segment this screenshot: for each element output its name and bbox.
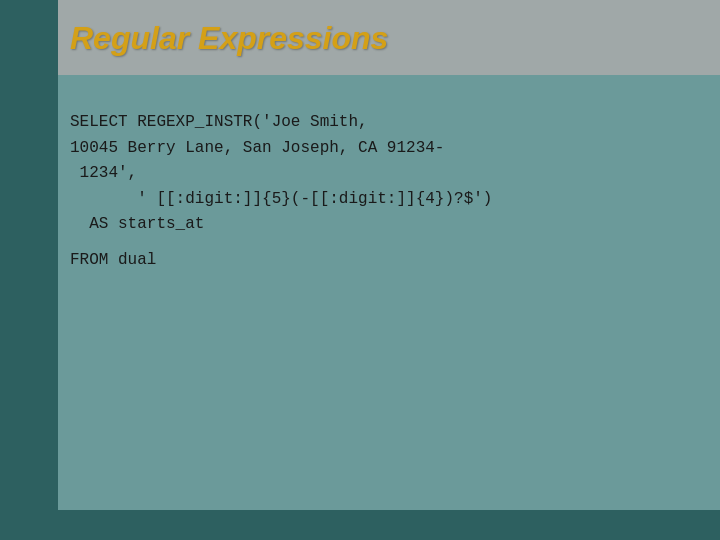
code-line-7: FROM dual bbox=[70, 248, 700, 274]
code-line-2: 10045 Berry Lane, San Joseph, CA 91234- bbox=[70, 136, 700, 162]
content-area: SELECT REGEXP_INSTR('Joe Smith, 10045 Be… bbox=[70, 110, 700, 500]
slide-title: Regular Expressions bbox=[70, 20, 388, 57]
slide: Regular Expressions SELECT REGEXP_INSTR(… bbox=[0, 0, 720, 540]
code-line-4: ' [[:digit:]]{5}(-[[:digit:]]{4})?$') bbox=[70, 187, 700, 213]
code-line-1: SELECT REGEXP_INSTR('Joe Smith, bbox=[70, 110, 700, 136]
code-line-3: 1234', bbox=[70, 161, 700, 187]
sidebar-strip bbox=[0, 0, 58, 540]
spacer bbox=[70, 238, 700, 248]
code-line-5: AS starts_at bbox=[70, 212, 700, 238]
bottom-strip bbox=[0, 510, 720, 540]
code-block: SELECT REGEXP_INSTR('Joe Smith, 10045 Be… bbox=[70, 110, 700, 274]
